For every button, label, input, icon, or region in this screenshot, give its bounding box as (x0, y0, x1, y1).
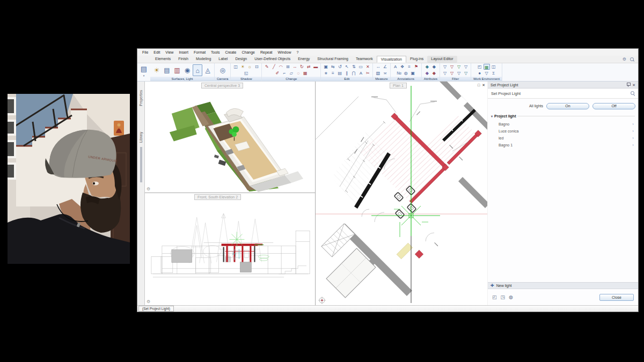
search-icon[interactable] (630, 57, 634, 62)
text-abc-icon[interactable]: A (392, 64, 399, 70)
highlight-h-icon[interactable]: ▬ (312, 64, 319, 70)
material-catalog-alt-icon[interactable]: ▥ (172, 64, 182, 76)
menu-insert[interactable]: Insert (176, 50, 191, 54)
gear-icon[interactable]: ⚙ (623, 57, 626, 62)
tab-design[interactable]: Design (231, 56, 251, 63)
intersect-tool-icon[interactable]: ⋂ (350, 70, 357, 76)
chevron-right-icon[interactable]: › (632, 129, 634, 134)
menu-change[interactable]: Change (239, 50, 258, 54)
tab-label[interactable]: Label (215, 56, 231, 63)
material-catalog-icon[interactable]: ▤ (162, 64, 172, 76)
text-a-icon[interactable]: A (357, 70, 364, 76)
menu-tools[interactable]: Tools (208, 50, 222, 54)
surface-paint-icon[interactable]: ☀ (152, 64, 162, 76)
lasso-tool-icon[interactable]: ◌ (295, 70, 302, 76)
numbering-icon[interactable]: № (396, 70, 402, 76)
shield-b-icon[interactable]: ◆ (431, 64, 437, 70)
arc-tool-icon[interactable]: ◠ (277, 64, 284, 70)
light-item-luce-conica[interactable]: Luce conica› (488, 128, 638, 135)
light-item-led[interactable]: led› (488, 135, 638, 142)
offset-tool-icon[interactable]: ⌐ (281, 70, 288, 76)
chevron-right-icon[interactable]: › (632, 143, 634, 147)
elevate-tool-icon[interactable]: ⇅ (350, 64, 357, 70)
new-light-bar[interactable]: ✚ New light (488, 282, 638, 289)
light-bulb-icon[interactable]: ◍ (509, 294, 513, 300)
measure-angle-icon[interactable]: ∠ (382, 64, 389, 70)
search-icon[interactable] (631, 91, 635, 95)
filter-add-icon[interactable]: ▽ (456, 64, 462, 70)
window-shade-icon[interactable]: ◫ (232, 64, 239, 70)
light-item-bagno-1[interactable]: Bagno 1› (488, 142, 638, 149)
pin-icon[interactable] (626, 83, 630, 87)
tab-structural-framing[interactable]: Structural Framing (313, 56, 352, 63)
shield-c-icon[interactable]: ◆ (424, 70, 430, 76)
sun-bright-icon[interactable]: ☼ (246, 64, 253, 70)
filter-doc-icon[interactable]: ▽ (456, 70, 462, 76)
menu-create[interactable]: Create (222, 50, 239, 54)
rotate-ccw-icon[interactable]: ↺ (336, 64, 343, 70)
save-light-settings-icon[interactable]: ◳ (501, 294, 506, 300)
resize-tool-icon[interactable]: ▭ (357, 64, 364, 70)
sidebar-tab-properties[interactable]: Properties (139, 90, 143, 106)
shadow-cast-icon[interactable]: ◱ (243, 70, 250, 76)
rotate-tool-icon[interactable]: ↻ (298, 64, 305, 70)
light-settings-icon[interactable]: ⌂ (193, 64, 202, 76)
split-tool-icon[interactable]: ∥ (343, 70, 350, 76)
array-tool-icon[interactable]: ▤ (336, 70, 343, 76)
sidebar-tab-library[interactable]: Library (139, 132, 143, 143)
pencil-edit-icon[interactable]: ✎ (264, 64, 270, 70)
tab-finish[interactable]: Finish (174, 56, 192, 63)
align-tool-icon[interactable]: ≡ (330, 70, 336, 76)
close-window-icon[interactable]: ✕ (482, 83, 485, 87)
menu-file[interactable]: File (140, 50, 151, 54)
viewport-plan[interactable]: Plan 1 □ ✕ (316, 82, 487, 305)
close-button[interactable]: Close (599, 294, 634, 301)
trim-tool-icon[interactable]: ✂ (364, 70, 371, 76)
shadow-box-icon[interactable]: ⊡ (253, 64, 260, 70)
sun-shadow-icon[interactable]: ☀ (239, 64, 246, 70)
viewport-settings-gear-icon[interactable]: ⚙ (147, 187, 150, 191)
tab-visualization[interactable]: Visualization (377, 56, 406, 63)
globe-ref-icon[interactable]: ◍ (402, 70, 409, 76)
window-layout-icon[interactable]: ◫ (491, 64, 497, 70)
camera-path-icon[interactable]: ◎ (218, 64, 228, 76)
delete-x-icon[interactable]: ✕ (364, 64, 371, 70)
tab-user-defined-objects[interactable]: User-Defined Objects (251, 56, 294, 63)
menu-help[interactable]: ? (294, 50, 301, 54)
bell-light-icon[interactable]: ◬ (203, 64, 213, 76)
mirror-copy-icon[interactable]: ⇆ (330, 64, 336, 70)
menu-view[interactable]: View (163, 50, 176, 54)
multiply-tool-icon[interactable]: ∗ (323, 70, 329, 76)
copy-tool-icon[interactable]: ▣ (323, 64, 329, 70)
measure-dim-icon[interactable]: ≍ (382, 70, 389, 76)
edit-doc-icon[interactable]: ▱ (288, 70, 295, 76)
filter-x-icon[interactable]: ▽ (449, 70, 455, 76)
project-light-section[interactable]: ▾ Project light (491, 114, 635, 118)
all-lights-off-button[interactable]: Off (592, 103, 635, 109)
pick-line-icon[interactable]: ╱ (270, 64, 277, 70)
tab-layout-editor[interactable]: Layout Editor (427, 56, 457, 63)
filter-apply-icon[interactable]: ▽ (463, 70, 469, 76)
tab-modeling[interactable]: Modeling (192, 56, 215, 63)
navigator-button[interactable]: ▤ ▾ (137, 63, 150, 81)
pen-line-icon[interactable]: ✐ (274, 70, 281, 76)
filter-funnel-icon[interactable]: ▽ (442, 64, 448, 70)
tab-elements[interactable]: Elements (151, 56, 174, 63)
menu-edit[interactable]: Edit (151, 50, 163, 54)
viewport-3d-perspective[interactable]: Central perspective 3 (145, 82, 315, 193)
filter-edit-icon[interactable]: ▽ (449, 64, 455, 70)
open-light-settings-icon[interactable]: ◰ (492, 294, 497, 300)
panel-close-icon[interactable]: ✕ (632, 83, 635, 87)
profile-user-icon[interactable]: ● (477, 70, 483, 76)
drag-copy-icon[interactable]: ↖ (343, 64, 350, 70)
viewport-settings-gear-icon[interactable]: ⚙ (147, 299, 150, 304)
basket-red-icon[interactable]: ▦ (302, 70, 309, 76)
flag-marker-icon[interactable]: ⚑ (413, 64, 420, 70)
doc-zoom-icon[interactable]: ◰ (477, 64, 483, 70)
grid-view-icon[interactable]: ▦ (484, 64, 490, 70)
menu-window[interactable]: Window (275, 50, 294, 54)
chevron-right-icon[interactable]: › (632, 122, 634, 127)
measure-area-icon[interactable]: ▧ (375, 70, 382, 76)
sidebar-splitter[interactable] (140, 147, 142, 182)
light-item-bagno[interactable]: Bagno› (488, 121, 638, 128)
